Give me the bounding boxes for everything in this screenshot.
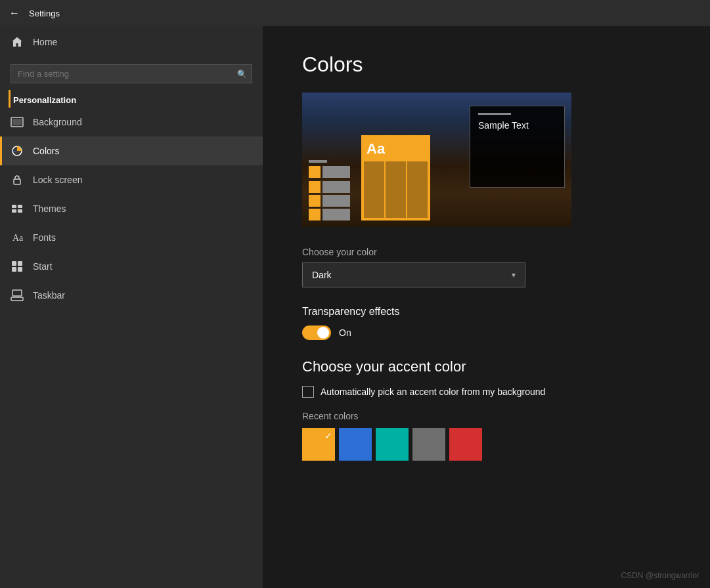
fonts-icon: Aa	[11, 231, 24, 244]
color-dropdown[interactable]: Dark ▾	[302, 262, 525, 287]
auto-accent-label: Automatically pick an accent color from …	[321, 387, 545, 397]
auto-accent-checkbox[interactable]	[302, 386, 314, 398]
search-wrapper: 🔍	[11, 64, 252, 83]
sample-text-decoration	[478, 113, 511, 115]
accent-section: Choose your accent color Automatically p…	[302, 358, 671, 461]
sub-tile-2	[386, 161, 406, 218]
search-container: 🔍	[0, 58, 263, 90]
sidebar-item-fonts[interactable]: Aa Fonts	[0, 223, 263, 252]
choose-color-label: Choose your color	[302, 247, 671, 257]
svg-rect-7	[18, 209, 22, 213]
color-preview: Aa Sample Text	[302, 93, 571, 227]
themes-icon	[11, 202, 24, 215]
sidebar-item-themes[interactable]: Themes	[0, 194, 263, 223]
sub-tiles	[364, 161, 428, 218]
search-input[interactable]	[11, 64, 252, 83]
sidebar: Home 🔍 Personalization Background	[0, 26, 263, 588]
preview-tile-center: Aa	[361, 135, 430, 220]
back-button[interactable]: ←	[8, 7, 21, 20]
svg-rect-13	[11, 297, 23, 301]
sidebar-item-taskbar[interactable]: Taskbar	[0, 281, 263, 310]
search-icon: 🔍	[237, 70, 247, 79]
lockscreen-label: Lock screen	[33, 175, 82, 185]
choose-color-section: Choose your color Dark ▾	[302, 247, 671, 287]
swatch-teal[interactable]	[376, 428, 409, 461]
main-layout: Home 🔍 Personalization Background	[0, 26, 710, 588]
svg-rect-14	[12, 290, 22, 296]
titlebar: ← Settings	[0, 0, 710, 26]
titlebar-title: Settings	[29, 9, 60, 18]
fonts-label: Fonts	[33, 232, 56, 243]
transparency-label: Transparency effects	[302, 306, 671, 318]
auto-accent-row: Automatically pick an accent color from …	[302, 386, 671, 398]
sidebar-item-colors[interactable]: Colors	[0, 136, 263, 165]
tile-wide-4	[322, 209, 350, 220]
svg-rect-4	[12, 205, 16, 208]
recent-colors-label: Recent colors	[302, 411, 671, 421]
preview-tiles-left	[309, 160, 350, 220]
color-swatches: ✓	[302, 428, 671, 461]
toggle-knob	[317, 327, 329, 339]
sidebar-item-lockscreen[interactable]: Lock screen	[0, 165, 263, 194]
tile-sm-3	[309, 195, 321, 207]
svg-rect-11	[12, 267, 16, 272]
swatch-checkmark: ✓	[324, 430, 332, 441]
svg-rect-1	[12, 119, 22, 125]
sub-tile-1	[364, 161, 384, 218]
background-label: Background	[33, 117, 82, 127]
sidebar-item-background[interactable]: Background	[0, 108, 263, 136]
tile-line-1	[309, 160, 327, 163]
preview-panel-right: Sample Text	[470, 106, 565, 188]
taskbar-label: Taskbar	[33, 290, 65, 301]
swatch-red[interactable]	[449, 428, 482, 461]
start-label: Start	[33, 261, 53, 272]
personalization-label: Personalization	[9, 90, 263, 108]
transparency-state: On	[339, 327, 351, 338]
themes-label: Themes	[33, 203, 66, 214]
swatch-gray[interactable]	[412, 428, 445, 461]
tile-aa-text: Aa	[364, 138, 428, 160]
svg-rect-10	[18, 261, 22, 266]
sample-text: Sample Text	[478, 120, 556, 131]
svg-rect-6	[12, 209, 16, 213]
tile-row-4	[309, 209, 350, 220]
lock-icon	[11, 173, 24, 186]
tile-wide-1	[322, 166, 350, 178]
tile-wide-3	[322, 195, 350, 207]
swatch-blue[interactable]	[339, 428, 372, 461]
sidebar-item-home[interactable]: Home	[0, 26, 263, 58]
svg-rect-9	[12, 261, 16, 266]
color-dropdown-value: Dark	[312, 270, 332, 280]
svg-rect-5	[18, 205, 22, 208]
watermark: CSDN @strongwarrior	[621, 571, 699, 580]
transparency-toggle[interactable]	[302, 326, 331, 340]
page-title: Colors	[302, 52, 671, 77]
tile-row-2	[309, 181, 350, 193]
tile-sm-1	[309, 166, 321, 178]
transparency-section: Transparency effects On	[302, 306, 671, 340]
toggle-row: On	[302, 326, 671, 340]
colors-label: Colors	[33, 146, 59, 156]
background-icon	[11, 116, 24, 129]
tile-sm-2	[309, 181, 321, 193]
tile-row-1	[309, 166, 350, 179]
colors-icon	[11, 144, 24, 158]
swatch-orange[interactable]: ✓	[302, 428, 335, 461]
start-icon	[11, 260, 24, 273]
content-area: Colors	[263, 26, 710, 588]
sidebar-item-start[interactable]: Start	[0, 252, 263, 281]
taskbar-icon	[11, 289, 24, 302]
svg-rect-12	[18, 267, 22, 272]
dropdown-arrow-icon: ▾	[512, 270, 516, 280]
svg-text:Aa: Aa	[12, 233, 24, 243]
svg-rect-3	[14, 179, 20, 184]
sub-tile-3	[407, 161, 428, 218]
home-icon	[11, 35, 24, 49]
accent-title: Choose your accent color	[302, 358, 671, 375]
tile-wide-2	[322, 181, 350, 193]
home-label: Home	[33, 37, 57, 47]
tile-row-3	[309, 195, 350, 207]
tile-sm-4	[309, 209, 321, 220]
preview-background: Aa Sample Text	[302, 93, 571, 227]
